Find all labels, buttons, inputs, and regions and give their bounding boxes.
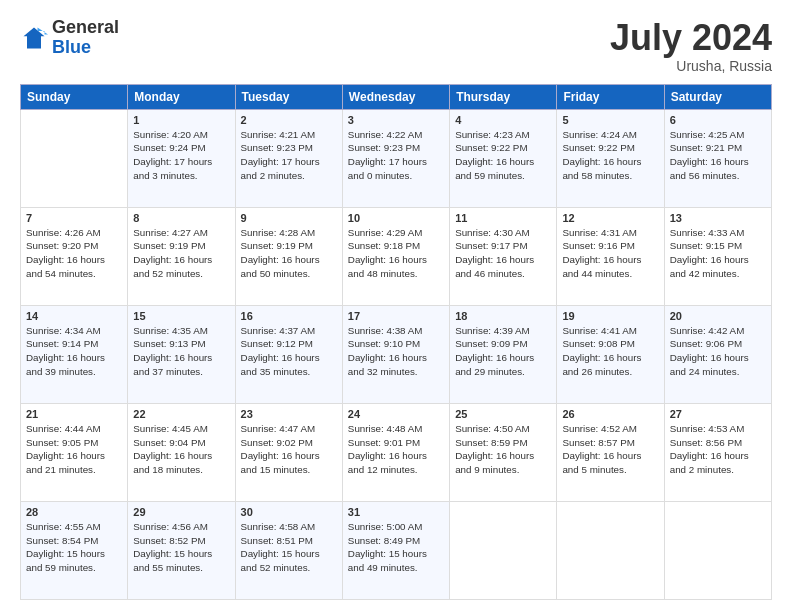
day-number: 1 — [133, 114, 229, 126]
day-info: Sunrise: 4:22 AMSunset: 9:23 PMDaylight:… — [348, 128, 444, 183]
logo: General Blue — [20, 18, 119, 58]
day-info: Sunrise: 4:29 AMSunset: 9:18 PMDaylight:… — [348, 226, 444, 281]
day-number: 27 — [670, 408, 766, 420]
day-number: 8 — [133, 212, 229, 224]
day-number: 14 — [26, 310, 122, 322]
table-row: 14Sunrise: 4:34 AMSunset: 9:14 PMDayligh… — [21, 305, 128, 403]
day-info: Sunrise: 4:27 AMSunset: 9:19 PMDaylight:… — [133, 226, 229, 281]
day-info: Sunrise: 4:55 AMSunset: 8:54 PMDaylight:… — [26, 520, 122, 575]
day-info: Sunrise: 4:34 AMSunset: 9:14 PMDaylight:… — [26, 324, 122, 379]
day-info: Sunrise: 4:20 AMSunset: 9:24 PMDaylight:… — [133, 128, 229, 183]
table-row: 12Sunrise: 4:31 AMSunset: 9:16 PMDayligh… — [557, 207, 664, 305]
table-row: 21Sunrise: 4:44 AMSunset: 9:05 PMDayligh… — [21, 403, 128, 501]
day-number: 5 — [562, 114, 658, 126]
col-thursday: Thursday — [450, 84, 557, 109]
day-info: Sunrise: 5:00 AMSunset: 8:49 PMDaylight:… — [348, 520, 444, 575]
col-wednesday: Wednesday — [342, 84, 449, 109]
month-title: July 2024 — [610, 18, 772, 58]
day-number: 9 — [241, 212, 337, 224]
header: General Blue July 2024 Urusha, Russia — [20, 18, 772, 74]
calendar-week-row: 14Sunrise: 4:34 AMSunset: 9:14 PMDayligh… — [21, 305, 772, 403]
day-number: 4 — [455, 114, 551, 126]
day-number: 19 — [562, 310, 658, 322]
day-info: Sunrise: 4:35 AMSunset: 9:13 PMDaylight:… — [133, 324, 229, 379]
day-number: 30 — [241, 506, 337, 518]
day-number: 29 — [133, 506, 229, 518]
table-row: 23Sunrise: 4:47 AMSunset: 9:02 PMDayligh… — [235, 403, 342, 501]
day-number: 22 — [133, 408, 229, 420]
table-row: 30Sunrise: 4:58 AMSunset: 8:51 PMDayligh… — [235, 501, 342, 599]
day-number: 25 — [455, 408, 551, 420]
day-number: 28 — [26, 506, 122, 518]
day-number: 20 — [670, 310, 766, 322]
table-row: 15Sunrise: 4:35 AMSunset: 9:13 PMDayligh… — [128, 305, 235, 403]
day-info: Sunrise: 4:23 AMSunset: 9:22 PMDaylight:… — [455, 128, 551, 183]
calendar-table: Sunday Monday Tuesday Wednesday Thursday… — [20, 84, 772, 600]
day-info: Sunrise: 4:24 AMSunset: 9:22 PMDaylight:… — [562, 128, 658, 183]
day-info: Sunrise: 4:39 AMSunset: 9:09 PMDaylight:… — [455, 324, 551, 379]
day-number: 13 — [670, 212, 766, 224]
day-info: Sunrise: 4:37 AMSunset: 9:12 PMDaylight:… — [241, 324, 337, 379]
calendar-week-row: 7Sunrise: 4:26 AMSunset: 9:20 PMDaylight… — [21, 207, 772, 305]
day-info: Sunrise: 4:50 AMSunset: 8:59 PMDaylight:… — [455, 422, 551, 477]
day-info: Sunrise: 4:41 AMSunset: 9:08 PMDaylight:… — [562, 324, 658, 379]
day-info: Sunrise: 4:26 AMSunset: 9:20 PMDaylight:… — [26, 226, 122, 281]
day-info: Sunrise: 4:31 AMSunset: 9:16 PMDaylight:… — [562, 226, 658, 281]
day-info: Sunrise: 4:28 AMSunset: 9:19 PMDaylight:… — [241, 226, 337, 281]
col-tuesday: Tuesday — [235, 84, 342, 109]
day-number: 12 — [562, 212, 658, 224]
day-info: Sunrise: 4:33 AMSunset: 9:15 PMDaylight:… — [670, 226, 766, 281]
page: General Blue July 2024 Urusha, Russia Su… — [0, 0, 792, 612]
day-number: 2 — [241, 114, 337, 126]
day-info: Sunrise: 4:30 AMSunset: 9:17 PMDaylight:… — [455, 226, 551, 281]
table-row: 31Sunrise: 5:00 AMSunset: 8:49 PMDayligh… — [342, 501, 449, 599]
table-row: 27Sunrise: 4:53 AMSunset: 8:56 PMDayligh… — [664, 403, 771, 501]
day-info: Sunrise: 4:58 AMSunset: 8:51 PMDaylight:… — [241, 520, 337, 575]
table-row: 16Sunrise: 4:37 AMSunset: 9:12 PMDayligh… — [235, 305, 342, 403]
table-row: 6Sunrise: 4:25 AMSunset: 9:21 PMDaylight… — [664, 109, 771, 207]
col-sunday: Sunday — [21, 84, 128, 109]
table-row: 24Sunrise: 4:48 AMSunset: 9:01 PMDayligh… — [342, 403, 449, 501]
table-row: 25Sunrise: 4:50 AMSunset: 8:59 PMDayligh… — [450, 403, 557, 501]
table-row: 26Sunrise: 4:52 AMSunset: 8:57 PMDayligh… — [557, 403, 664, 501]
table-row: 1Sunrise: 4:20 AMSunset: 9:24 PMDaylight… — [128, 109, 235, 207]
table-row: 2Sunrise: 4:21 AMSunset: 9:23 PMDaylight… — [235, 109, 342, 207]
day-info: Sunrise: 4:25 AMSunset: 9:21 PMDaylight:… — [670, 128, 766, 183]
col-monday: Monday — [128, 84, 235, 109]
day-info: Sunrise: 4:47 AMSunset: 9:02 PMDaylight:… — [241, 422, 337, 477]
col-saturday: Saturday — [664, 84, 771, 109]
day-info: Sunrise: 4:48 AMSunset: 9:01 PMDaylight:… — [348, 422, 444, 477]
day-info: Sunrise: 4:44 AMSunset: 9:05 PMDaylight:… — [26, 422, 122, 477]
table-row — [21, 109, 128, 207]
table-row: 10Sunrise: 4:29 AMSunset: 9:18 PMDayligh… — [342, 207, 449, 305]
day-info: Sunrise: 4:21 AMSunset: 9:23 PMDaylight:… — [241, 128, 337, 183]
day-number: 6 — [670, 114, 766, 126]
table-row: 29Sunrise: 4:56 AMSunset: 8:52 PMDayligh… — [128, 501, 235, 599]
table-row: 3Sunrise: 4:22 AMSunset: 9:23 PMDaylight… — [342, 109, 449, 207]
day-number: 10 — [348, 212, 444, 224]
table-row: 8Sunrise: 4:27 AMSunset: 9:19 PMDaylight… — [128, 207, 235, 305]
day-number: 16 — [241, 310, 337, 322]
day-number: 18 — [455, 310, 551, 322]
day-info: Sunrise: 4:45 AMSunset: 9:04 PMDaylight:… — [133, 422, 229, 477]
day-number: 15 — [133, 310, 229, 322]
title-block: July 2024 Urusha, Russia — [610, 18, 772, 74]
day-number: 31 — [348, 506, 444, 518]
table-row — [664, 501, 771, 599]
day-number: 23 — [241, 408, 337, 420]
table-row: 9Sunrise: 4:28 AMSunset: 9:19 PMDaylight… — [235, 207, 342, 305]
calendar-week-row: 28Sunrise: 4:55 AMSunset: 8:54 PMDayligh… — [21, 501, 772, 599]
table-row: 4Sunrise: 4:23 AMSunset: 9:22 PMDaylight… — [450, 109, 557, 207]
calendar-week-row: 21Sunrise: 4:44 AMSunset: 9:05 PMDayligh… — [21, 403, 772, 501]
calendar-header-row: Sunday Monday Tuesday Wednesday Thursday… — [21, 84, 772, 109]
table-row: 11Sunrise: 4:30 AMSunset: 9:17 PMDayligh… — [450, 207, 557, 305]
day-number: 24 — [348, 408, 444, 420]
table-row — [557, 501, 664, 599]
table-row: 18Sunrise: 4:39 AMSunset: 9:09 PMDayligh… — [450, 305, 557, 403]
day-info: Sunrise: 4:42 AMSunset: 9:06 PMDaylight:… — [670, 324, 766, 379]
table-row: 13Sunrise: 4:33 AMSunset: 9:15 PMDayligh… — [664, 207, 771, 305]
logo-blue-text: Blue — [52, 37, 91, 57]
logo-general-text: General — [52, 17, 119, 37]
day-info: Sunrise: 4:52 AMSunset: 8:57 PMDaylight:… — [562, 422, 658, 477]
table-row: 28Sunrise: 4:55 AMSunset: 8:54 PMDayligh… — [21, 501, 128, 599]
